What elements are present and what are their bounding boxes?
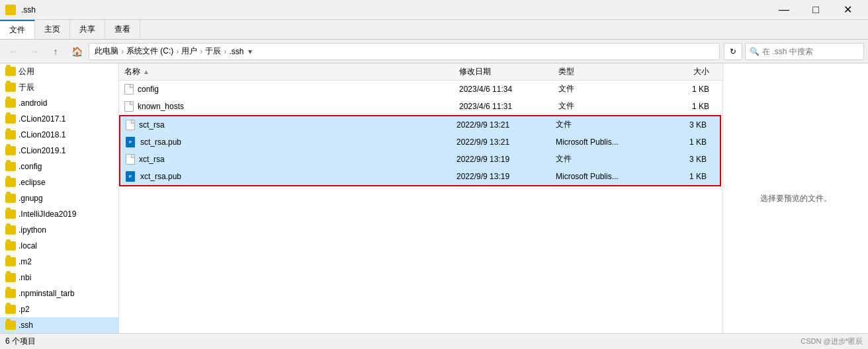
address-bar[interactable]: 此电脑 › 系统文件 (C:) › 用户 › 于辰 › .ssh ▾ — [89, 43, 720, 60]
file-date: 2022/9/9 13:19 — [456, 155, 556, 164]
file-date: 2023/4/6 11:31 — [459, 102, 558, 111]
folder-icon — [5, 83, 16, 92]
folder-icon — [5, 321, 16, 330]
address-segment-user[interactable]: 于辰 — [205, 46, 221, 57]
sidebar-item-label: .m2 — [19, 257, 32, 266]
file-date: 2023/4/6 11:34 — [459, 85, 558, 94]
address-segment-drive[interactable]: 系统文件 (C:) — [126, 46, 173, 57]
file-icon-generic — [126, 120, 135, 130]
sort-icon: ▲ — [143, 68, 150, 75]
file-name-col: known_hosts — [124, 101, 459, 112]
sidebar-item-config[interactable]: .config — [0, 159, 118, 174]
address-row: ← → ↑ 🏠 此电脑 › 系统文件 (C:) › 用户 › 于辰 › .ssh… — [0, 40, 868, 63]
file-name-col: P xct_rsa.pub — [126, 171, 456, 182]
sidebar-item-gnupg[interactable]: .gnupg — [0, 190, 118, 206]
sidebar-item-android[interactable]: .android — [0, 95, 118, 111]
sidebar-item-nbi[interactable]: .nbi — [0, 270, 118, 286]
sidebar-item-clion2019[interactable]: .CLion2019.1 — [0, 143, 118, 159]
file-type: 文件 — [558, 83, 664, 95]
sidebar-item-ipython[interactable]: .ipython — [0, 222, 118, 238]
sidebar-item-label: .CLion2017.1 — [19, 114, 65, 124]
file-size: 1 KB — [662, 172, 715, 181]
file-type: 文件 — [556, 119, 662, 130]
title-bar-left: .ssh — [5, 5, 36, 15]
folder-icon — [5, 114, 16, 124]
refresh-button[interactable]: ↻ — [724, 43, 742, 60]
folder-icon — [5, 241, 16, 251]
title-bar-title: .ssh — [21, 5, 36, 15]
sidebar-item-eclipse[interactable]: .eclipse — [0, 174, 118, 190]
file-row[interactable]: xct_rsa 2022/9/9 13:19 文件 3 KB — [120, 151, 720, 168]
folder-icon — [5, 305, 16, 314]
forward-button[interactable]: → — [25, 42, 44, 61]
sidebar-item-npm[interactable]: .npminstall_tarb — [0, 286, 118, 301]
search-box[interactable]: 🔍 — [745, 43, 864, 60]
sidebar-item-clion2018[interactable]: .CLion2018.1 — [0, 127, 118, 143]
folder-icon — [5, 210, 16, 219]
folder-icon — [5, 225, 16, 235]
address-dropdown-icon[interactable]: ▾ — [243, 47, 257, 56]
sidebar-item-label: .eclipse — [19, 178, 46, 187]
tab-view[interactable]: 查看 — [105, 20, 140, 39]
header-name[interactable]: 名称 ▲ — [124, 66, 459, 77]
file-icon-generic — [124, 84, 134, 95]
header-type[interactable]: 类型 — [558, 66, 664, 77]
file-row[interactable]: known_hosts 2023/4/6 11:31 文件 1 KB — [119, 98, 722, 115]
sidebar-item-clion2017[interactable]: .CLion2017.1 — [0, 111, 118, 127]
sidebar-item-label: .ipython — [19, 225, 46, 235]
folder-icon — [5, 257, 16, 266]
status-count: 6 个项目 — [5, 336, 36, 347]
sidebar: 公用 于辰 .android .CLion2017.1 .CLion2018.1… — [0, 63, 119, 333]
folder-icon — [5, 146, 16, 155]
file-size: 3 KB — [662, 120, 715, 130]
file-row[interactable]: sct_rsa 2022/9/9 13:21 文件 3 KB — [120, 116, 720, 134]
address-content: 此电脑 › 系统文件 (C:) › 用户 › 于辰 › .ssh — [95, 46, 243, 57]
status-bar-right: CSDN @进步*匿辰 — [801, 336, 863, 346]
sidebar-item-m2[interactable]: .m2 — [0, 254, 118, 270]
file-size: 3 KB — [662, 155, 715, 164]
tab-share[interactable]: 共享 — [70, 20, 105, 39]
tab-home[interactable]: 主页 — [35, 20, 70, 39]
header-size[interactable]: 大小 — [664, 66, 717, 77]
file-row[interactable]: P xct_rsa.pub 2022/9/9 13:19 Microsoft P… — [120, 168, 720, 185]
sidebar-item-yuchen[interactable]: 于辰 — [0, 79, 118, 95]
file-type: Microsoft Publis... — [556, 172, 662, 181]
tab-file[interactable]: 文件 — [0, 20, 35, 39]
folder-icon — [5, 67, 16, 76]
search-input[interactable] — [762, 47, 861, 56]
address-segment-users[interactable]: 用户 — [181, 46, 197, 57]
search-icon: 🔍 — [750, 47, 760, 56]
sidebar-item-label: .npminstall_tarb — [19, 289, 75, 298]
folder-icon — [5, 98, 16, 108]
maximize-button[interactable]: □ — [801, 0, 831, 20]
home-button[interactable]: 🏠 — [67, 42, 86, 61]
sidebar-item-ssh[interactable]: .ssh — [0, 317, 118, 333]
sidebar-item-label: .CLion2018.1 — [19, 130, 65, 139]
close-button[interactable]: ✕ — [832, 0, 863, 20]
file-name-col: P sct_rsa.pub — [126, 137, 456, 147]
file-date: 2022/9/9 13:19 — [456, 172, 556, 181]
file-icon-generic — [126, 154, 135, 165]
minimize-button[interactable]: — — [769, 0, 799, 20]
up-button[interactable]: ↑ — [46, 42, 65, 61]
header-date[interactable]: 修改日期 — [459, 66, 558, 77]
file-size: 1 KB — [662, 137, 715, 147]
files-wrapper: config 2023/4/6 11:34 文件 1 KB known_host… — [119, 81, 722, 186]
file-icon-pub: P — [126, 137, 136, 147]
address-segment-pc[interactable]: 此电脑 — [95, 46, 118, 57]
file-type: 文件 — [558, 100, 664, 112]
file-name-col: sct_rsa — [126, 120, 456, 130]
sidebar-item-p2[interactable]: .p2 — [0, 301, 118, 317]
sidebar-item-intellij2019[interactable]: .IntelliJIdea2019 — [0, 206, 118, 222]
file-list: 名称 ▲ 修改日期 类型 大小 config 2023/4/6 11:34 文件 — [119, 63, 722, 333]
file-row[interactable]: P sct_rsa.pub 2022/9/9 13:21 Microsoft P… — [120, 134, 720, 151]
address-segment-current[interactable]: .ssh — [229, 47, 243, 56]
sidebar-item-public[interactable]: 公用 — [0, 63, 118, 79]
folder-icon — [5, 289, 16, 298]
back-button[interactable]: ← — [4, 42, 22, 61]
sidebar-item-label: .CLion2019.1 — [19, 146, 65, 155]
folder-icon — [5, 130, 16, 139]
file-icon-pub: P — [126, 171, 136, 182]
file-row[interactable]: config 2023/4/6 11:34 文件 1 KB — [119, 81, 722, 98]
sidebar-item-local[interactable]: .local — [0, 238, 118, 254]
